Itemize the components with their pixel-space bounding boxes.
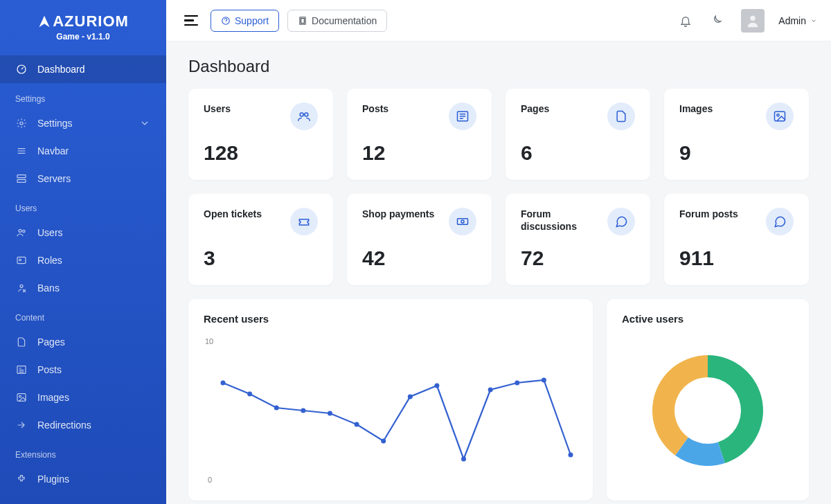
- menu-toggle[interactable]: [180, 11, 202, 30]
- svg-point-17: [305, 113, 308, 116]
- svg-point-22: [461, 220, 464, 223]
- brand-logo: AZURIOM: [0, 12, 166, 30]
- sidebar-item-users[interactable]: Users: [0, 219, 166, 246]
- topbar: Support Documentation Admin: [166, 0, 831, 42]
- support-button[interactable]: Support: [211, 10, 279, 32]
- svg-point-35: [488, 388, 493, 393]
- nav-heading-content: Content: [0, 302, 166, 328]
- svg-point-27: [274, 406, 279, 411]
- stat-card[interactable]: Shop payments 42: [347, 194, 492, 285]
- documentation-label: Documentation: [312, 15, 377, 26]
- chat-icon: [766, 208, 794, 235]
- sidebar-item-posts[interactable]: Posts: [0, 356, 166, 384]
- bell-icon[interactable]: [679, 14, 692, 28]
- documentation-button[interactable]: Documentation: [287, 10, 387, 32]
- stat-card[interactable]: Forum posts 911: [664, 194, 809, 285]
- stat-value: 42: [362, 246, 476, 270]
- image-icon: [15, 391, 28, 404]
- users-icon: [15, 226, 28, 239]
- sidebar-label-servers: Servers: [37, 173, 71, 184]
- sidebar-item-images[interactable]: Images: [0, 384, 166, 411]
- stat-card[interactable]: Pages 6: [506, 89, 650, 180]
- svg-point-15: [751, 15, 756, 20]
- sidebar: AZURIOM Game - v1.1.0 Dashboard Settings…: [0, 0, 166, 504]
- sidebar-label-images: Images: [37, 392, 69, 403]
- nav-heading-users: Users: [0, 192, 166, 219]
- list-icon: [15, 145, 28, 157]
- svg-point-36: [515, 381, 519, 386]
- main: Support Documentation Admin Dashboard Us…: [166, 0, 831, 504]
- svg-text:10: 10: [205, 337, 213, 345]
- page-title: Dashboard: [188, 57, 809, 76]
- stat-label: Images: [679, 102, 713, 115]
- stat-label: Posts: [362, 102, 388, 115]
- id-icon: [15, 254, 28, 267]
- brand-logo-icon: [37, 15, 51, 28]
- user-name: Admin: [778, 15, 806, 26]
- stat-card[interactable]: Images 9: [664, 89, 809, 180]
- sidebar-label-plugins: Plugins: [37, 474, 69, 485]
- svg-point-34: [461, 457, 466, 462]
- help-icon: [221, 16, 231, 26]
- sidebar-item-navbar[interactable]: Navbar: [0, 137, 166, 165]
- sidebar-item-dashboard[interactable]: Dashboard: [0, 55, 166, 83]
- svg-point-4: [19, 229, 21, 232]
- stat-card[interactable]: Forum discussions 72: [506, 194, 650, 285]
- brand-name: AZURIOM: [53, 12, 129, 30]
- sidebar-item-plugins[interactable]: Plugins: [0, 465, 166, 493]
- svg-point-33: [434, 384, 439, 388]
- active-users-chart: [622, 334, 794, 480]
- active-users-title: Active users: [622, 313, 794, 325]
- svg-point-1: [20, 122, 23, 125]
- file-icon: [15, 336, 28, 348]
- doc-icon: [298, 16, 307, 26]
- sidebar-item-bans[interactable]: Bans: [0, 274, 166, 302]
- chevron-down-icon: [138, 117, 151, 129]
- svg-point-38: [569, 453, 573, 458]
- stat-label: Forum discussions: [521, 208, 597, 233]
- sidebar-label-roles: Roles: [37, 255, 62, 266]
- user-menu[interactable]: Admin: [778, 15, 817, 26]
- svg-point-30: [355, 422, 359, 427]
- dashboard-icon: [15, 63, 28, 75]
- nav-heading-settings: Settings: [0, 83, 166, 109]
- stat-label: Pages: [521, 102, 549, 115]
- svg-rect-21: [458, 219, 468, 224]
- brand-subtitle: Game - v1.1.0: [0, 32, 166, 42]
- sidebar-label-users: Users: [37, 227, 63, 238]
- svg-point-8: [20, 285, 23, 287]
- nav-heading-extensions: Extensions: [0, 439, 166, 465]
- svg-rect-2: [17, 175, 26, 178]
- sidebar-item-redirections[interactable]: Redirections: [0, 411, 166, 439]
- stat-value: 911: [679, 246, 794, 270]
- sidebar-item-roles[interactable]: Roles: [0, 246, 166, 274]
- avatar[interactable]: [741, 9, 765, 33]
- svg-point-20: [777, 114, 779, 116]
- svg-point-32: [408, 395, 413, 399]
- stat-card[interactable]: Posts 12: [347, 89, 492, 180]
- recent-users-chart: 10 0: [204, 334, 578, 487]
- svg-text:0: 0: [208, 476, 212, 484]
- server-icon: [15, 172, 28, 185]
- stat-card[interactable]: Users 128: [188, 89, 333, 180]
- sidebar-item-settings[interactable]: Settings: [0, 109, 166, 137]
- newspaper-icon: [15, 363, 28, 376]
- sidebar-item-pages[interactable]: Pages: [0, 328, 166, 356]
- money-icon: [449, 208, 476, 235]
- newspaper-icon: [449, 102, 476, 130]
- chart-row: Recent users 10 0 Active users: [188, 299, 809, 501]
- gear-icon: [15, 117, 28, 129]
- chevron-down-icon: [810, 17, 817, 24]
- stat-card[interactable]: Open tickets 3: [188, 194, 333, 285]
- theme-toggle-icon[interactable]: [709, 14, 723, 28]
- puzzle-icon: [15, 473, 28, 485]
- stat-label: Open tickets: [204, 208, 262, 220]
- ban-icon: [15, 282, 28, 294]
- svg-point-37: [542, 378, 546, 383]
- sidebar-item-servers[interactable]: Servers: [0, 165, 166, 192]
- stat-value: 72: [521, 246, 635, 270]
- file-icon: [607, 102, 635, 130]
- redirect-icon: [15, 419, 28, 431]
- svg-rect-3: [17, 179, 26, 182]
- stat-value: 6: [521, 141, 635, 165]
